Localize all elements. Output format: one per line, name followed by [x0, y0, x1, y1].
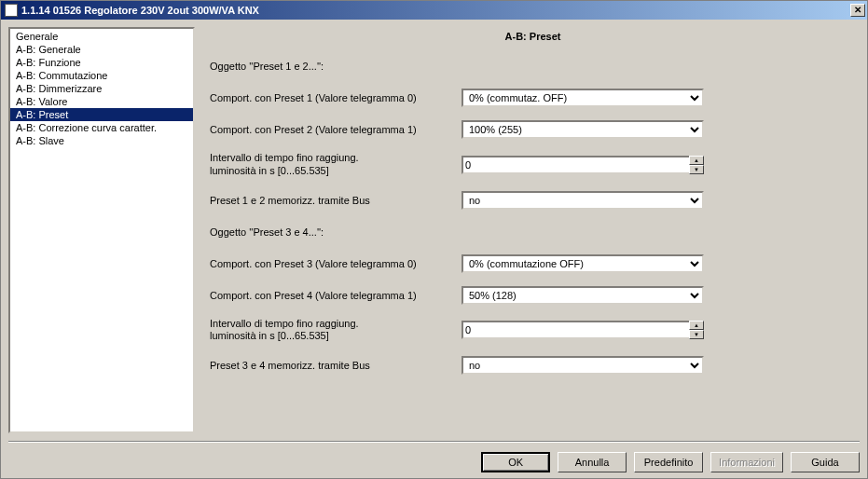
row-interval34-input[interactable]: [462, 321, 689, 339]
section-heading-1-label: Oggetto ''Preset 1 e 2...'':: [210, 61, 324, 72]
content-area: Generale A-B: Generale A-B: Funzione A-B…: [1, 20, 867, 441]
section-heading-2-label: Oggetto ''Preset 3 e 4...'':: [210, 226, 324, 238]
spin-down-icon[interactable]: ▼: [689, 165, 704, 174]
cancel-button[interactable]: Annulla: [558, 452, 627, 472]
footer: OK Annulla Predefinito Informazioni Guid…: [1, 446, 867, 478]
spin-up-icon[interactable]: ▲: [689, 156, 704, 165]
spin-up-icon[interactable]: ▲: [689, 321, 704, 330]
row-preset3-select[interactable]: 0% (commutazione OFF): [462, 254, 704, 273]
sidebar-item-generale[interactable]: Generale: [10, 30, 193, 43]
row-interval12-spinner[interactable]: ▲ ▼: [462, 156, 704, 174]
help-button[interactable]: Guida: [791, 452, 860, 472]
sidebar-item-ab-preset[interactable]: A-B: Preset: [10, 108, 193, 121]
row-preset4: Comport. con Preset 4 (Valore telegramma…: [210, 286, 860, 305]
row-mem34-select[interactable]: no: [462, 356, 704, 375]
row-preset2-select[interactable]: 100% (255): [462, 120, 704, 139]
row-mem34-label: Preset 3 e 4 memorizz. tramite Bus: [210, 360, 462, 371]
row-mem34: Preset 3 e 4 memorizz. tramite Bus no: [210, 356, 860, 375]
sidebar-item-ab-commutazione[interactable]: A-B: Commutazione: [10, 69, 193, 82]
sidebar-item-ab-correzione[interactable]: A-B: Correzione curva caratter.: [10, 121, 193, 134]
section-heading-1: Oggetto ''Preset 1 e 2...'':: [210, 57, 860, 75]
sidebar-item-ab-funzione[interactable]: A-B: Funzione: [10, 56, 193, 69]
info-button: Informazioni: [710, 452, 783, 472]
ok-button[interactable]: OK: [481, 452, 550, 472]
sidebar-item-ab-slave[interactable]: A-B: Slave: [10, 134, 193, 147]
row-interval12: Intervallo di tempo fino raggiung. lumin…: [210, 152, 860, 178]
row-interval34: Intervallo di tempo fino raggiung. lumin…: [210, 318, 860, 344]
row-preset3: Comport. con Preset 3 (Valore telegramma…: [210, 254, 860, 273]
row-preset1: Comport. con Preset 1 (Valore telegramma…: [210, 89, 860, 107]
sidebar[interactable]: Generale A-B: Generale A-B: Funzione A-B…: [8, 27, 195, 433]
panel-title: A-B: Preset: [206, 27, 860, 51]
row-mem12: Preset 1 e 2 memorizz. tramite Bus no: [210, 191, 860, 210]
row-preset1-label: Comport. con Preset 1 (Valore telegramma…: [210, 92, 462, 103]
row-preset4-label: Comport. con Preset 4 (Valore telegramma…: [210, 290, 462, 301]
spin-buttons: ▲ ▼: [689, 156, 704, 174]
row-interval34-spinner[interactable]: ▲ ▼: [462, 321, 704, 339]
row-preset3-label: Comport. con Preset 3 (Valore telegramma…: [210, 258, 462, 269]
row-mem12-label: Preset 1 e 2 memorizz. tramite Bus: [210, 195, 462, 206]
row-interval12-input[interactable]: [462, 156, 689, 174]
titlebar: 1.1.14 01526 Regolatore 230V 2out 300W/V…: [1, 1, 867, 20]
close-button[interactable]: ✕: [850, 4, 865, 17]
sidebar-item-ab-valore[interactable]: A-B: Valore: [10, 95, 193, 108]
window-title: 1.1.14 01526 Regolatore 230V 2out 300W/V…: [21, 5, 850, 16]
spin-down-icon[interactable]: ▼: [689, 330, 704, 339]
app-icon: [5, 4, 18, 17]
window: 1.1.14 01526 Regolatore 230V 2out 300W/V…: [0, 0, 868, 479]
sidebar-item-ab-generale[interactable]: A-B: Generale: [10, 43, 193, 56]
row-preset2-label: Comport. con Preset 2 (Valore telegramma…: [210, 124, 462, 135]
row-preset1-select[interactable]: 0% (commutaz. OFF): [462, 89, 704, 107]
row-interval34-label: Intervallo di tempo fino raggiung. lumin…: [210, 318, 462, 344]
row-preset2: Comport. con Preset 2 (Valore telegramma…: [210, 120, 860, 139]
sidebar-item-ab-dimmerizzare[interactable]: A-B: Dimmerizzare: [10, 82, 193, 95]
row-mem12-select[interactable]: no: [462, 191, 704, 210]
form-area: Oggetto ''Preset 1 e 2...'': Comport. co…: [206, 51, 860, 433]
default-button[interactable]: Predefinito: [634, 452, 703, 472]
section-heading-2: Oggetto ''Preset 3 e 4...'':: [210, 223, 860, 241]
row-preset4-select[interactable]: 50% (128): [462, 286, 704, 305]
main-panel: A-B: Preset Oggetto ''Preset 1 e 2...'':…: [206, 27, 860, 433]
row-interval12-label: Intervallo di tempo fino raggiung. lumin…: [210, 152, 462, 178]
spin-buttons: ▲ ▼: [689, 321, 704, 339]
footer-divider: [8, 441, 860, 443]
